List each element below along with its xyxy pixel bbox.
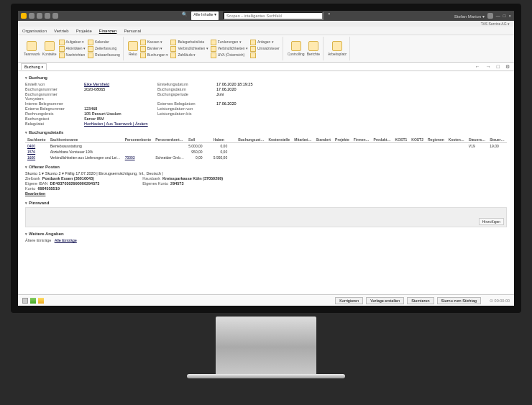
section-details[interactable]: Buchungsdetails <box>25 130 507 135</box>
col-header[interactable]: Produkt… <box>372 137 393 143</box>
header-link-7[interactable]: Hochladen | Aus Teamwork | Ändern <box>84 122 149 126</box>
all-entries-link[interactable]: Alle Einträge <box>55 238 77 242</box>
col-header[interactable]: Standort <box>313 137 333 143</box>
ribbon-zahllaeufe[interactable]: Zahlläufe ▾ <box>170 53 208 58</box>
ribbon-buchungen[interactable]: Buchungen ▾ <box>140 53 169 58</box>
menu-vertrieb[interactable]: Vertrieb <box>54 29 69 33</box>
search-close-icon[interactable]: × <box>328 12 331 20</box>
table-row[interactable]: 1600Verbindlichkeiten aus Lieferungen un… <box>25 155 507 160</box>
tab-popout-icon[interactable]: □ <box>495 64 501 69</box>
korrigieren-button[interactable]: Korrigieren <box>335 297 363 304</box>
cell <box>313 149 333 155</box>
ribbon-verbindlichkeiten1[interactable]: Verbindlichkeiten ▾ <box>170 46 208 52</box>
minimize-icon[interactable]: — <box>496 14 500 18</box>
refresh-icon[interactable] <box>52 13 58 19</box>
user-menu[interactable]: Stefan Marion ▾ <box>454 14 485 19</box>
cell <box>333 143 352 150</box>
cell <box>487 155 507 160</box>
table-row[interactable]: 0400Betriebsausstattung5.000,000,00V1919… <box>25 143 507 150</box>
vorlage-button[interactable]: Vorlage erstellen <box>366 297 404 304</box>
col-header[interactable]: KOST1 <box>393 137 410 143</box>
close-icon[interactable]: × <box>508 14 511 18</box>
col-header[interactable]: Sachkontoname <box>48 137 123 143</box>
cell <box>409 143 426 150</box>
tab-next-icon[interactable]: → <box>485 64 492 69</box>
header-link-0[interactable]: Eike Mernheld <box>84 82 149 86</box>
col-header[interactable]: Mitarbei… <box>292 137 313 143</box>
footer-status: ⊙ 00:00:00 <box>490 299 510 303</box>
search-icon: 🔍 <box>182 12 187 20</box>
col-header[interactable]: Buchungszei… <box>236 137 266 143</box>
search-scope-dropdown[interactable]: Alle Inhalte ▾ <box>191 12 219 20</box>
menu-personal[interactable]: Personal <box>124 29 141 33</box>
ribbon-umsatzsteuer[interactable]: Umsatzsteuer <box>250 46 280 52</box>
ribbon-arbeitsplatz[interactable]: Arbeitsplatz <box>328 41 347 56</box>
tab-buchung[interactable]: Buchung × <box>21 63 47 70</box>
col-header[interactable]: Sachkonto <box>25 137 48 143</box>
col-header[interactable]: Personenkont… <box>153 137 186 143</box>
header-cell: Buchungsnummer <box>25 87 75 91</box>
section-pinnwand[interactable]: Pinnwand <box>25 201 507 205</box>
menu-finanzen[interactable]: Finanzen <box>99 29 117 33</box>
col-header[interactable]: Steuers… <box>467 137 487 143</box>
col-header[interactable]: Kostenstelle <box>266 137 292 143</box>
ribbon-reko[interactable]: Reko <box>128 41 138 56</box>
header-cell: Leistungsdatum bis <box>157 112 208 116</box>
ribbon-controlling[interactable]: Controlling <box>288 41 305 56</box>
ribbon-teamwork[interactable]: Teamwork <box>24 41 40 56</box>
col-header[interactable]: Kosten… <box>446 137 467 143</box>
section-open[interactable]: Offener Posten <box>25 165 507 169</box>
col-header[interactable]: Projekte <box>333 137 352 143</box>
footer-tile-icon[interactable] <box>22 298 28 304</box>
bearbeiten-link[interactable]: Bearbeiten <box>25 191 45 196</box>
ribbon-uva[interactable]: UVA (Österreich) <box>211 53 248 58</box>
cell: 0,00 <box>186 155 211 160</box>
footer-chart-icon[interactable] <box>30 298 36 304</box>
footer-chart2-icon[interactable] <box>38 298 44 304</box>
ribbon-forderungen[interactable]: Forderungen ▾ <box>211 40 248 45</box>
ribbon-nachrichten[interactable]: Nachrichten <box>59 53 86 58</box>
pinnwand-add-button[interactable]: Hinzufügen <box>479 218 504 225</box>
ribbon-verbindlichkeiten2[interactable]: Verbindlichkeiten ▾ <box>211 46 248 52</box>
col-header[interactable]: Steuer… <box>487 137 507 143</box>
col-header[interactable]: Personenkonto <box>123 137 154 143</box>
ribbon-reiseerfassung[interactable]: Reiseerfassung <box>88 53 120 58</box>
col-header[interactable]: Soll <box>186 137 211 143</box>
search-input[interactable] <box>223 12 324 20</box>
col-header[interactable]: KOST2 <box>409 137 426 143</box>
ribbon-banken[interactable]: Banken ▾ <box>140 46 169 52</box>
col-header[interactable]: Regionen <box>426 137 446 143</box>
ribbon-aktivitaeten[interactable]: Aktivitäten ▾ <box>59 46 86 52</box>
grid-icon[interactable] <box>487 13 493 19</box>
storno-stichtag-button[interactable]: Storno zum Stichtag <box>437 297 482 304</box>
home-icon[interactable] <box>21 13 27 19</box>
ribbon-kassen[interactable]: Kassen ▾ <box>140 40 169 45</box>
col-header[interactable]: Firmen… <box>352 137 372 143</box>
ribbon-zeiterfassung[interactable]: Zeiterfassung <box>88 46 120 52</box>
lock-icon[interactable] <box>29 13 35 19</box>
company-label[interactable]: TAS Service AG ▾ <box>18 21 514 27</box>
ribbon-kalender[interactable]: Kalender <box>88 40 120 45</box>
cell <box>446 143 467 150</box>
section-buchung[interactable]: Buchung <box>25 76 507 80</box>
table-row[interactable]: 1576Abziehbare Vorsteuer 19%950,000,00 <box>25 149 507 155</box>
col-header[interactable]: Haben <box>211 137 237 143</box>
stornieren-button[interactable]: Stornieren <box>407 297 434 304</box>
header-cell: Buchungstext <box>25 117 75 121</box>
tab-prev-icon[interactable]: ← <box>474 64 482 69</box>
tab-close-icon[interactable]: × <box>41 65 43 69</box>
ribbon-berichte[interactable]: Berichte <box>307 41 320 56</box>
cell <box>313 155 333 160</box>
section-more[interactable]: Weitere Angaben <box>25 232 507 236</box>
ribbon-anlagen[interactable]: Anlagen ▾ <box>250 40 280 45</box>
tab-menu-icon[interactable]: ⚙ <box>504 64 511 70</box>
ribbon-aufgaben[interactable]: Aufgaben ▾ <box>59 40 86 45</box>
back-icon[interactable] <box>37 13 42 19</box>
forward-icon[interactable] <box>45 13 50 19</box>
pinnwand-area[interactable]: Hinzufügen <box>25 207 507 227</box>
ribbon-belegarbeitsliste[interactable]: Belegarbeitsliste <box>170 40 208 45</box>
maximize-icon[interactable]: □ <box>503 14 506 18</box>
menu-projekte[interactable]: Projekte <box>76 29 92 33</box>
menu-organisation[interactable]: Organisation <box>22 29 47 33</box>
ribbon-kontakte[interactable]: Kontakte <box>42 41 57 56</box>
